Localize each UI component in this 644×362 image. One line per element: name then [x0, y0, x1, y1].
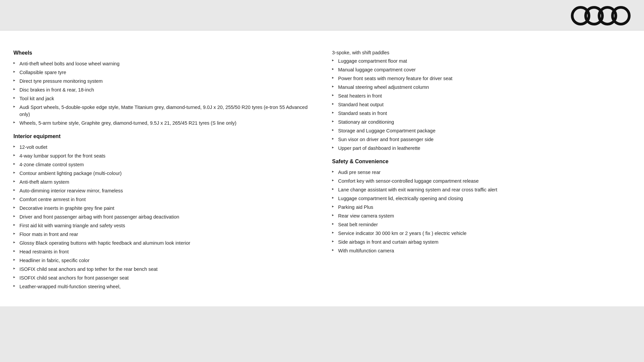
left-column: WheelsAnti-theft wheel bolts and loose w… [13, 50, 312, 293]
list-item: Luggage compartment floor mat [332, 57, 631, 65]
list-item: Upper part of dashboard in leatherette [332, 144, 631, 153]
list-item: Standard seats in front [332, 109, 631, 118]
list-item: Driver and front passenger airbag with f… [13, 213, 312, 221]
list-item: Contour ambient lighting package (multi-… [13, 169, 312, 178]
list-item: Anti-theft alarm system [13, 178, 312, 186]
list-item: Decorative inserts in graphite grey fine… [13, 204, 312, 213]
list-item: Auto-dimming interior rearview mirror, f… [13, 186, 312, 195]
list-item: Parking aid Plus [332, 203, 631, 212]
two-column-layout: WheelsAnti-theft wheel bolts and loose w… [13, 50, 631, 293]
list-item: ISOFIX child seat anchors for front pass… [13, 274, 312, 282]
list-item: Manual luggage compartment cover [332, 65, 631, 74]
section-heading-right-1: Safety & Convenience [332, 159, 631, 165]
list-item: 12-volt outlet [13, 143, 312, 152]
list-item: Disc brakes in front & rear, 18-inch [13, 85, 312, 94]
list-item: Glossy Black operating buttons with hapt… [13, 239, 312, 247]
list-item: Rear view camera system [332, 212, 631, 220]
list-item: Audi pre sense rear [332, 168, 631, 177]
list-item: Anti-theft wheel bolts and loose wheel w… [13, 59, 312, 68]
list-item: Standard heat output [332, 100, 631, 109]
audi-ring-4 [611, 6, 631, 25]
list-item: Audi Sport wheels, 5-double-spoke edge s… [13, 103, 312, 119]
list-item: Luggage compartment lid, electrically op… [332, 194, 631, 203]
list-item: 4-way lumbar support for the front seats [13, 152, 312, 160]
list-item: Power front seats with memory feature fo… [332, 74, 631, 83]
feature-list-right-0: Luggage compartment floor matManual lugg… [332, 57, 631, 153]
feature-list-left-0: Anti-theft wheel bolts and loose wheel w… [13, 59, 312, 127]
list-item: Service indicator 30 000 km or 2 years (… [332, 229, 631, 238]
list-item: Comfort centre armrest in front [13, 195, 312, 204]
intro-text: 3-spoke, with shift paddles [332, 50, 631, 55]
list-item: First aid kit with warning triangle and … [13, 221, 312, 230]
list-item: Side airbags in front and curtain airbag… [332, 238, 631, 246]
list-item: With multifunction camera [332, 246, 631, 255]
list-item: Lane change assistant with exit warning … [332, 185, 631, 194]
feature-list-right-1: Audi pre sense rearComfort key with sens… [332, 168, 631, 255]
list-item: Collapsible spare tyre [13, 68, 312, 77]
section-heading-left-0: Wheels [13, 50, 312, 56]
list-item: Direct tyre pressure monitoring system [13, 77, 312, 85]
list-item: 4-zone climate control system [13, 160, 312, 169]
list-item: Tool kit and jack [13, 94, 312, 103]
list-item: Comfort key with sensor-controlled lugga… [332, 177, 631, 185]
list-item: Wheels, 5-arm turbine style, Graphite gr… [13, 119, 312, 127]
list-item: Leather-wrapped multi-function steering … [13, 282, 312, 291]
list-item: Storage and Luggage Compartment package [332, 126, 631, 135]
list-item: Floor mats in front and rear [13, 230, 312, 239]
list-item: Manual steering wheel adjustment column [332, 83, 631, 92]
section-heading-left-1: Interior equipment [13, 133, 312, 139]
list-item: Seat heaters in front [332, 92, 631, 100]
right-column: 3-spoke, with shift paddlesLuggage compa… [332, 50, 631, 293]
list-item: Sun visor on driver and front passenger … [332, 135, 631, 144]
audi-logo [571, 6, 631, 25]
main-content: WheelsAnti-theft wheel bolts and loose w… [0, 31, 644, 306]
page-header [0, 0, 644, 31]
list-item: Seat belt reminder [332, 220, 631, 229]
list-item: Head restraints in front [13, 247, 312, 256]
list-item: Headliner in fabric, specific color [13, 256, 312, 265]
feature-list-left-1: 12-volt outlet4-way lumbar support for t… [13, 143, 312, 291]
list-item: Stationary air conditioning [332, 118, 631, 126]
list-item: ISOFIX child seat anchors and top tether… [13, 265, 312, 274]
